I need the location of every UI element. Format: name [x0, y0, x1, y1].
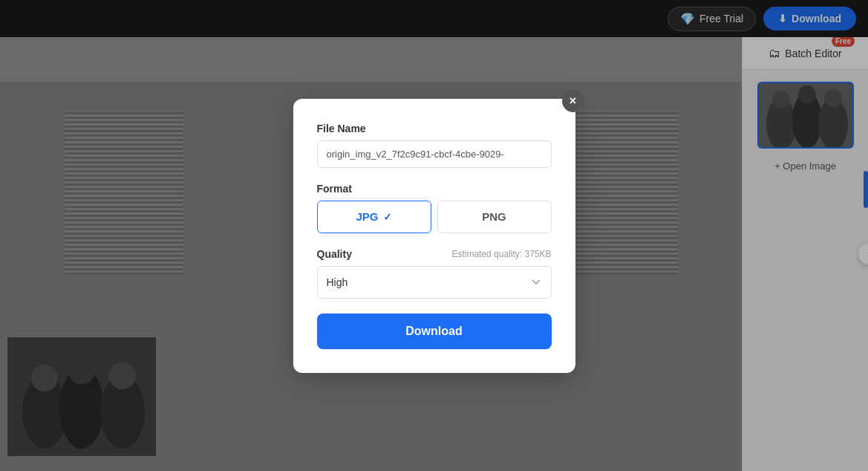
jpg-format-button[interactable]: JPG ✓	[317, 201, 431, 233]
jpg-check-icon: ✓	[383, 211, 392, 223]
modal-close-button[interactable]: ×	[562, 90, 584, 112]
quality-select[interactable]: High Medium Low	[317, 266, 552, 299]
jpg-label: JPG	[356, 210, 378, 223]
quality-label: Quality	[317, 248, 352, 260]
modal-download-button[interactable]: Download	[317, 314, 552, 349]
png-label: PNG	[482, 210, 506, 223]
format-group: JPG ✓ PNG	[317, 201, 552, 233]
download-modal: × File Name Format JPG ✓ PNG Quality Est…	[293, 99, 575, 373]
file-name-input[interactable]	[317, 140, 552, 168]
file-name-label: File Name	[317, 123, 552, 134]
png-format-button[interactable]: PNG	[437, 201, 552, 233]
close-icon: ×	[570, 94, 576, 108]
format-label: Format	[317, 183, 552, 195]
quality-header: Quality Estimated quality: 375KB	[317, 248, 552, 260]
modal-overlay: × File Name Format JPG ✓ PNG Quality Est…	[0, 0, 868, 471]
estimated-quality-label: Estimated quality: 375KB	[451, 249, 551, 259]
modal-download-label: Download	[405, 325, 462, 337]
